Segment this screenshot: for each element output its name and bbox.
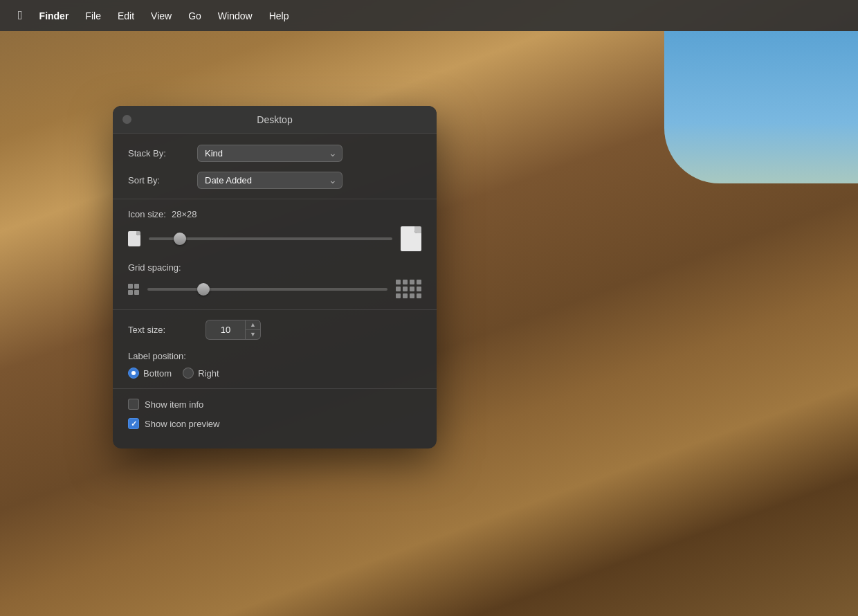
icon-size-slider[interactable] xyxy=(149,237,392,240)
show-item-info-checkbox[interactable] xyxy=(128,399,139,410)
radio-bottom-inner xyxy=(131,371,136,375)
panel-content: Stack By: Kind None Application Date Las… xyxy=(113,134,437,449)
sort-by-select-wrapper: Date Added None Name Kind Date Last Open… xyxy=(197,172,343,189)
sky-area xyxy=(664,31,858,183)
panel-title: Desktop xyxy=(257,114,292,125)
grid-spacing-header: Grid spacing: xyxy=(128,262,421,273)
traffic-lights xyxy=(122,115,131,124)
show-item-info-row[interactable]: Show item info xyxy=(128,399,421,410)
radio-right-label: Right xyxy=(198,368,219,379)
show-icon-preview-checkbox[interactable]: ✓ xyxy=(128,418,139,429)
sort-by-row: Sort By: Date Added None Name Kind Date … xyxy=(128,172,421,189)
text-size-label: Text size: xyxy=(128,325,197,335)
stack-by-select-wrapper: Kind None Application Date Last Opened D… xyxy=(197,145,343,162)
show-icon-preview-row[interactable]: ✓ Show icon preview xyxy=(128,418,421,429)
radio-right-outer xyxy=(183,368,194,379)
edit-menu[interactable]: Edit xyxy=(111,8,141,24)
icon-size-section: Icon size: 28×28 xyxy=(128,209,421,251)
label-position-label: Label position: xyxy=(128,351,186,361)
checkmark-icon: ✓ xyxy=(131,419,137,428)
desktop-panel: Desktop Stack By: Kind None Application … xyxy=(113,106,437,449)
label-position-options: Bottom Right xyxy=(128,368,421,379)
stack-by-select[interactable]: Kind None Application Date Last Opened D… xyxy=(197,145,343,162)
go-menu[interactable]: Go xyxy=(181,8,208,24)
show-item-info-label: Show item info xyxy=(145,399,203,410)
show-icon-preview-label: Show icon preview xyxy=(145,419,219,429)
sort-by-label: Sort By: xyxy=(128,175,197,185)
window-menu[interactable]: Window xyxy=(211,8,259,24)
icon-size-value: 28×28 xyxy=(172,209,197,219)
icon-size-header: Icon size: 28×28 xyxy=(128,209,421,219)
stepper-down[interactable]: ▼ xyxy=(246,330,260,339)
text-size-row: Text size: 10 ▲ ▼ xyxy=(128,320,421,340)
icon-large-preview xyxy=(401,226,421,251)
icon-size-label: Icon size: xyxy=(128,209,166,219)
stepper-up[interactable]: ▲ xyxy=(246,320,260,330)
menubar:  Finder File Edit View Go Window Help xyxy=(0,0,858,31)
icon-small-preview xyxy=(128,231,140,246)
apple-menu[interactable]:  xyxy=(11,6,30,26)
radio-bottom-outer xyxy=(128,368,139,379)
view-menu[interactable]: View xyxy=(144,8,179,24)
close-button[interactable] xyxy=(122,115,131,124)
panel-titlebar: Desktop xyxy=(113,106,437,134)
stepper-arrows: ▲ ▼ xyxy=(245,320,260,339)
divider-2 xyxy=(113,309,437,310)
radio-right[interactable]: Right xyxy=(183,368,219,379)
icon-size-slider-row xyxy=(128,226,421,251)
sort-by-select[interactable]: Date Added None Name Kind Date Last Open… xyxy=(197,172,343,189)
label-position-section: Label position: Bottom Right xyxy=(128,350,421,379)
grid-spacing-label: Grid spacing: xyxy=(128,262,181,273)
grid-spacing-section: Grid spacing: xyxy=(128,262,421,298)
grid-tight-icon xyxy=(128,284,139,295)
divider-1 xyxy=(113,199,437,199)
divider-3 xyxy=(113,388,437,389)
stack-by-label: Stack By: xyxy=(128,148,197,158)
radio-bottom-label: Bottom xyxy=(143,368,172,379)
text-size-stepper[interactable]: 10 ▲ ▼ xyxy=(206,320,261,340)
help-menu[interactable]: Help xyxy=(262,8,296,24)
grid-loose-icon xyxy=(396,280,421,298)
label-position-header: Label position: xyxy=(128,350,421,362)
stack-by-row: Stack By: Kind None Application Date Las… xyxy=(128,145,421,162)
finder-menu[interactable]: Finder xyxy=(33,8,76,24)
grid-spacing-slider-row xyxy=(128,280,421,298)
file-menu[interactable]: File xyxy=(78,8,108,24)
text-size-value: 10 xyxy=(206,322,245,338)
grid-spacing-slider[interactable] xyxy=(147,288,387,291)
radio-bottom[interactable]: Bottom xyxy=(128,368,172,379)
